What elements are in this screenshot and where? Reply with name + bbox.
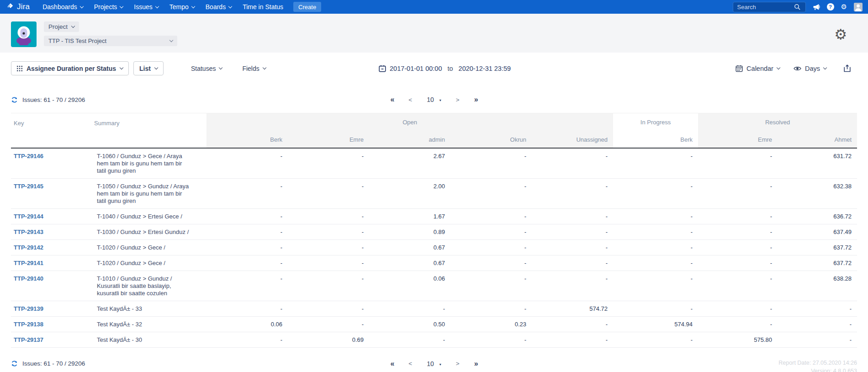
jira-logo[interactable]: Jira xyxy=(6,2,30,11)
calendar-type-dropdown[interactable]: Calendar xyxy=(736,65,780,72)
nav-item-tempo[interactable]: Tempo xyxy=(164,0,200,14)
issue-key-cell: TTP-29138 xyxy=(11,316,91,332)
duration-cell: - xyxy=(698,178,778,208)
calendar-icon xyxy=(379,65,386,72)
search-input[interactable] xyxy=(736,3,794,11)
duration-cell: - xyxy=(206,332,288,347)
duration-cell: - xyxy=(613,239,698,255)
duration-cell: 0.67 xyxy=(369,239,450,255)
duration-cell: - xyxy=(288,208,369,224)
admin-gear-icon[interactable]: ⚙ xyxy=(841,4,847,11)
duration-cell: - xyxy=(778,301,857,316)
issue-key-link[interactable]: TTP-29143 xyxy=(14,229,43,235)
issue-key-link[interactable]: TTP-29138 xyxy=(14,321,43,328)
duration-cell: - xyxy=(613,178,698,208)
pagination-last-button[interactable]: » xyxy=(474,360,478,368)
duration-cell: - xyxy=(450,301,532,316)
duration-cell: - xyxy=(450,255,532,271)
fields-dropdown[interactable]: Fields xyxy=(242,65,265,72)
announcement-icon[interactable] xyxy=(813,4,820,11)
pagination-prev-button[interactable]: < xyxy=(408,360,412,367)
statuses-label: Statuses xyxy=(191,65,216,72)
table-row: TTP-29144T-1040 / Gunduz > Ertesi Gece /… xyxy=(11,208,857,224)
issue-summary-cell: Test KaydÄ± - 32 xyxy=(91,316,206,332)
caret-down-icon: ▾ xyxy=(439,362,441,367)
nav-item-issues[interactable]: Issues xyxy=(128,0,164,14)
view-mode-label: List xyxy=(139,65,151,72)
date-range-picker[interactable]: 2017-01-01 00:00 to 2020-12-31 23:59 xyxy=(379,61,511,75)
issue-key-link[interactable]: TTP-29144 xyxy=(14,213,43,220)
nav-item-projects[interactable]: Projects xyxy=(89,0,129,14)
pagination-next-button[interactable]: > xyxy=(456,360,460,367)
help-icon[interactable]: ? xyxy=(827,3,834,11)
pagination-prev-button[interactable]: < xyxy=(408,96,412,103)
pagination-next-button[interactable]: > xyxy=(456,96,460,103)
search-icon[interactable] xyxy=(794,4,800,10)
chevron-down-icon xyxy=(823,66,827,69)
issue-key-link[interactable]: TTP-29139 xyxy=(14,305,43,312)
issue-key-link[interactable]: TTP-29145 xyxy=(14,183,43,190)
export-icon[interactable] xyxy=(844,64,851,72)
user-avatar[interactable] xyxy=(854,3,863,11)
assignee-column-header: Emre xyxy=(698,132,778,148)
report-type-dropdown[interactable]: Assignee Duration per Status xyxy=(11,61,129,75)
project-header-band: Project TTP - TIS Test Project ⚙ xyxy=(0,14,868,53)
nav-item-time-in-status[interactable]: Time in Status xyxy=(237,0,289,14)
assignee-column-header: Emre xyxy=(288,132,369,148)
report-settings-gear-icon[interactable]: ⚙ xyxy=(834,27,847,42)
refresh-icon[interactable] xyxy=(11,96,18,103)
pagination-first-button[interactable]: « xyxy=(390,360,394,368)
statuses-dropdown[interactable]: Statuses xyxy=(191,65,222,72)
duration-cell: - xyxy=(698,239,778,255)
nav-item-label: Time in Status xyxy=(243,3,283,11)
date-to-value: 2020-12-31 23:59 xyxy=(459,65,511,72)
table-row: TTP-29146T-1060 / Gunduz > Gece / Araya … xyxy=(11,148,857,179)
fields-label: Fields xyxy=(242,65,259,72)
view-mode-dropdown[interactable]: List xyxy=(133,61,164,75)
duration-cell: 574.94 xyxy=(613,316,698,332)
top-navbar: Jira Dashboards Projects Issues Tempo Bo… xyxy=(0,0,868,14)
search-box[interactable] xyxy=(733,2,806,12)
status-group-resolved: Resolved xyxy=(698,113,857,132)
duration-cell: 636.72 xyxy=(778,208,857,224)
duration-cell: - xyxy=(532,332,613,347)
duration-cell: - xyxy=(698,271,778,301)
duration-cell: - xyxy=(532,208,613,224)
report-type-label: Assignee Duration per Status xyxy=(26,65,116,72)
issue-key-link[interactable]: TTP-29140 xyxy=(14,275,43,282)
table-row: TTP-29139Test KaydÄ± - 33----574.72--- xyxy=(11,301,857,316)
pagination-page-size-select[interactable]: 10 ▾ xyxy=(427,96,441,103)
issue-key-link[interactable]: TTP-29142 xyxy=(14,244,43,251)
assignee-column-header: Okrun xyxy=(450,132,532,148)
assignee-column-header: Berk xyxy=(613,132,698,148)
chevron-down-icon xyxy=(219,66,222,69)
pagination-first-button[interactable]: « xyxy=(390,96,394,104)
duration-cell: - xyxy=(206,148,288,179)
create-button[interactable]: Create xyxy=(293,2,321,12)
duration-cell: - xyxy=(613,271,698,301)
duration-cell: - xyxy=(613,255,698,271)
duration-cell: - xyxy=(613,208,698,224)
scope-selector-button[interactable]: Project xyxy=(44,21,79,32)
issues-bar-bottom: Issues: 61 - 70 / 29206 « < 10 ▾ > » Rep… xyxy=(0,359,868,372)
nav-item-dashboards[interactable]: Dashboards xyxy=(37,0,89,14)
issue-key-link[interactable]: TTP-29137 xyxy=(14,336,43,343)
table-row: TTP-29142T-1020 / Gunduz > Gece /--0.67-… xyxy=(11,239,857,255)
unit-dropdown[interactable]: Days xyxy=(794,65,826,72)
issue-key-link[interactable]: TTP-29141 xyxy=(14,260,43,266)
nav-item-boards[interactable]: Boards xyxy=(200,0,237,14)
duration-cell: 0.06 xyxy=(369,271,450,301)
table-row: TTP-29137Test KaydÄ± - 30-0.69----575.80… xyxy=(11,332,857,347)
pagination-page-size-select[interactable]: 10 ▾ xyxy=(427,360,441,367)
issue-summary-cell: T-1060 / Gunduz > Gece / Araya hem tam b… xyxy=(91,148,206,179)
report-toolbar: Assignee Duration per Status List Status… xyxy=(0,53,868,75)
project-select[interactable]: TTP - TIS Test Project xyxy=(44,36,177,46)
issue-key-link[interactable]: TTP-29146 xyxy=(14,153,43,159)
pagination-last-button[interactable]: » xyxy=(474,96,478,104)
refresh-icon[interactable] xyxy=(11,360,18,367)
project-avatar xyxy=(11,21,37,47)
duration-cell: - xyxy=(450,332,532,347)
issue-key-cell: TTP-29139 xyxy=(11,301,91,316)
grid-icon xyxy=(17,66,22,71)
duration-cell: - xyxy=(698,208,778,224)
